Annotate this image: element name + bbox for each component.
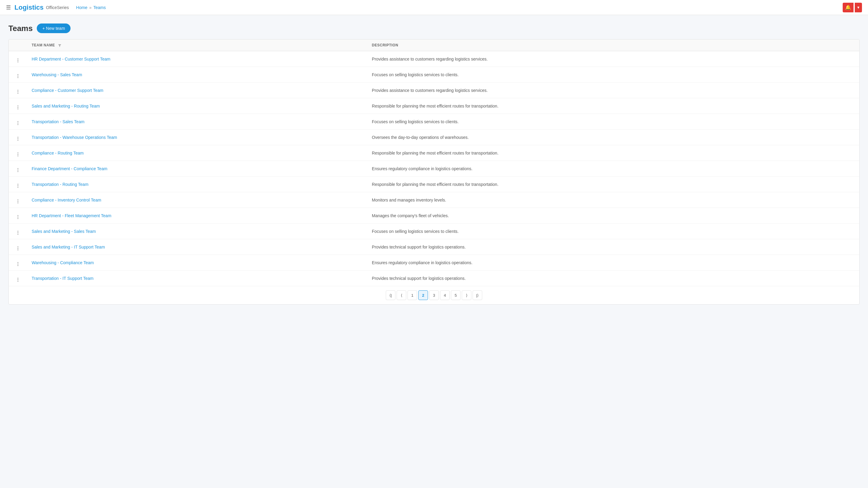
team-name-link[interactable]: Transportation - Routing Team xyxy=(32,182,88,187)
row-kebab-menu-icon[interactable] xyxy=(18,168,19,172)
pagination-page-2[interactable]: 2 xyxy=(418,290,428,300)
row-description-cell: Responsible for planning the most effici… xyxy=(367,176,859,192)
row-description-cell: Responsible for planning the most effici… xyxy=(367,145,859,161)
team-name-link[interactable]: Transportation - Sales Team xyxy=(32,119,84,124)
team-name-link[interactable]: Sales and Marketing - Routing Team xyxy=(32,104,100,108)
table-header: TEAM NAME DESCRIPTION xyxy=(9,39,859,51)
table-row: Compliance - Customer Support TeamProvid… xyxy=(9,83,859,98)
row-team-name-cell: Sales and Marketing - Routing Team xyxy=(27,98,367,114)
row-kebab-menu-icon[interactable] xyxy=(18,90,19,94)
team-name-link[interactable]: Sales and Marketing - IT Support Team xyxy=(32,245,105,250)
team-name-link[interactable]: HR Department - Fleet Management Team xyxy=(32,213,111,218)
team-description-text: Ensures regulatory compliance in logisti… xyxy=(372,166,472,171)
pagination-last[interactable]: |⟩ xyxy=(472,290,482,300)
pagination-page-3[interactable]: 3 xyxy=(429,290,439,300)
row-kebab-menu-icon[interactable] xyxy=(18,247,19,250)
notification-dropdown-button[interactable]: ▼ xyxy=(855,3,862,12)
row-team-name-cell: Warehousing - Sales Team xyxy=(27,67,367,83)
col-description: DESCRIPTION xyxy=(367,39,859,51)
page-content: Teams + New team TEAM NAME DESCRIPTION xyxy=(0,15,868,311)
header: ☰ Logistics OfficeSeries Home » Teams 🔔 … xyxy=(0,0,868,15)
col-menu xyxy=(9,39,27,51)
team-name-link[interactable]: Transportation - IT Support Team xyxy=(32,276,93,281)
row-description-cell: Focuses on selling logistics services to… xyxy=(367,67,859,83)
row-team-name-cell: Transportation - IT Support Team xyxy=(27,270,367,286)
row-kebab-menu-icon[interactable] xyxy=(18,59,19,62)
team-description-text: Monitors and manages inventory levels. xyxy=(372,198,446,202)
row-menu-cell xyxy=(9,208,27,224)
row-kebab-menu-icon[interactable] xyxy=(18,262,19,266)
row-menu-cell xyxy=(9,255,27,270)
row-description-cell: Responsible for planning the most effici… xyxy=(367,98,859,114)
row-kebab-menu-icon[interactable] xyxy=(18,105,19,109)
row-team-name-cell: HR Department - Customer Support Team xyxy=(27,51,367,67)
row-description-cell: Provides assistance to customers regardi… xyxy=(367,83,859,98)
pagination-prev[interactable]: ⟨ xyxy=(397,290,406,300)
row-kebab-menu-icon[interactable] xyxy=(18,231,19,235)
team-name-link[interactable]: Transportation - Warehouse Operations Te… xyxy=(32,135,117,140)
row-menu-cell xyxy=(9,192,27,208)
team-name-link[interactable]: Finance Department - Compliance Team xyxy=(32,166,107,171)
team-description-text: Responsible for planning the most effici… xyxy=(372,182,498,187)
team-name-link[interactable]: Compliance - Inventory Control Team xyxy=(32,198,101,202)
team-description-text: Responsible for planning the most effici… xyxy=(372,104,498,108)
row-menu-cell xyxy=(9,67,27,83)
table-body: HR Department - Customer Support TeamPro… xyxy=(9,51,859,286)
hamburger-menu-icon[interactable]: ☰ xyxy=(6,4,11,11)
pagination-page-1[interactable]: 1 xyxy=(407,290,417,300)
row-team-name-cell: Transportation - Routing Team xyxy=(27,176,367,192)
pagination: ⟨| ⟨ 1 2 3 4 5 ⟩ |⟩ xyxy=(9,286,859,304)
breadcrumb: Home » Teams xyxy=(76,5,106,10)
row-menu-cell xyxy=(9,161,27,176)
pagination-page-4[interactable]: 4 xyxy=(440,290,450,300)
row-menu-cell xyxy=(9,51,27,67)
team-description-text: Manages the company's fleet of vehicles. xyxy=(372,213,449,218)
table-row: Sales and Marketing - Routing TeamRespon… xyxy=(9,98,859,114)
row-team-name-cell: Sales and Marketing - Sales Team xyxy=(27,224,367,239)
row-description-cell: Provides assistance to customers regardi… xyxy=(367,51,859,67)
row-kebab-menu-icon[interactable] xyxy=(18,199,19,203)
row-kebab-menu-icon[interactable] xyxy=(18,74,19,78)
table-row: Sales and Marketing - IT Support TeamPro… xyxy=(9,239,859,255)
team-description-text: Focuses on selling logistics services to… xyxy=(372,119,459,124)
row-team-name-cell: Sales and Marketing - IT Support Team xyxy=(27,239,367,255)
team-name-link[interactable]: Warehousing - Compliance Team xyxy=(32,260,94,265)
team-description-text: Focuses on selling logistics services to… xyxy=(372,229,459,234)
row-kebab-menu-icon[interactable] xyxy=(18,137,19,141)
team-name-link[interactable]: Compliance - Routing Team xyxy=(32,151,84,156)
team-name-link[interactable]: Sales and Marketing - Sales Team xyxy=(32,229,96,234)
row-menu-cell xyxy=(9,83,27,98)
breadcrumb-home[interactable]: Home xyxy=(76,5,87,10)
filter-icon[interactable] xyxy=(58,44,61,47)
team-name-link[interactable]: Warehousing - Sales Team xyxy=(32,72,82,77)
pagination-next[interactable]: ⟩ xyxy=(462,290,471,300)
new-team-button[interactable]: + New team xyxy=(37,24,70,33)
row-menu-cell xyxy=(9,130,27,145)
row-kebab-menu-icon[interactable] xyxy=(18,121,19,125)
row-description-cell: Provides technical support for logistics… xyxy=(367,270,859,286)
page-title: Teams xyxy=(8,24,33,33)
team-name-link[interactable]: Compliance - Customer Support Team xyxy=(32,88,103,93)
table-row: Transportation - Sales TeamFocuses on se… xyxy=(9,114,859,130)
table-row: Transportation - IT Support TeamProvides… xyxy=(9,270,859,286)
pagination-page-5[interactable]: 5 xyxy=(451,290,461,300)
row-menu-cell xyxy=(9,176,27,192)
team-description-text: Responsible for planning the most effici… xyxy=(372,151,498,156)
breadcrumb-separator: » xyxy=(89,5,92,10)
row-kebab-menu-icon[interactable] xyxy=(18,153,19,156)
table-row: Warehousing - Compliance TeamEnsures reg… xyxy=(9,255,859,270)
pagination-first[interactable]: ⟨| xyxy=(386,290,396,300)
row-team-name-cell: Warehousing - Compliance Team xyxy=(27,255,367,270)
row-kebab-menu-icon[interactable] xyxy=(18,278,19,282)
row-kebab-menu-icon[interactable] xyxy=(18,184,19,188)
team-description-text: Focuses on selling logistics services to… xyxy=(372,72,459,77)
row-menu-cell xyxy=(9,114,27,130)
notification-bell-button[interactable]: 🔔 xyxy=(843,3,854,12)
row-menu-cell xyxy=(9,270,27,286)
subtitle-text: OfficeSeries xyxy=(46,5,69,10)
row-kebab-menu-icon[interactable] xyxy=(18,215,19,219)
row-description-cell: Focuses on selling logistics services to… xyxy=(367,114,859,130)
team-name-link[interactable]: HR Department - Customer Support Team xyxy=(32,57,110,61)
row-description-cell: Oversees the day-to-day operations of wa… xyxy=(367,130,859,145)
table-row: Transportation - Warehouse Operations Te… xyxy=(9,130,859,145)
